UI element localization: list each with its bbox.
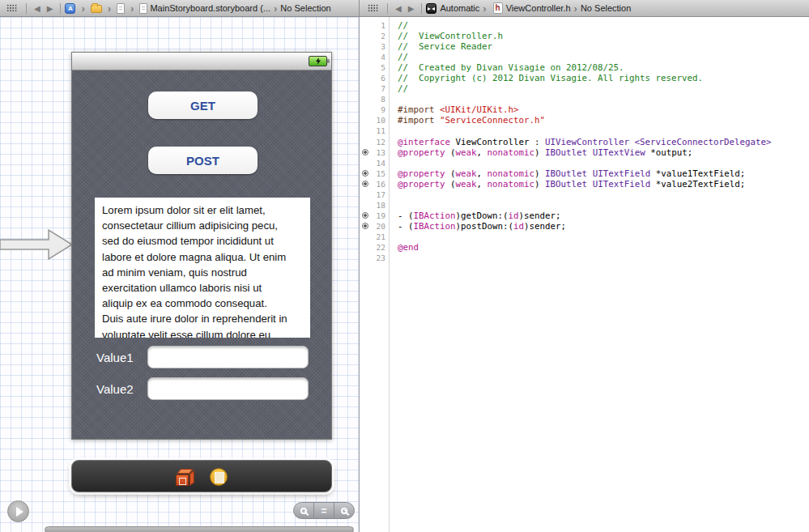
back-button[interactable]: ◀ [392,4,405,13]
value2-textfield[interactable] [147,377,309,400]
code-line[interactable] [398,189,809,200]
code-line[interactable]: #import <UIKit/UIKit.h> [398,104,809,115]
code-line[interactable] [398,253,809,263]
header-file-icon[interactable]: h [493,2,503,14]
magnifier-minus-icon: - [300,508,307,514]
magnifier-plus-icon: + [341,508,347,514]
separator [26,3,27,14]
separator [421,3,422,14]
separator [60,3,61,14]
chevron-icon: › [571,1,581,16]
storyboard-jumpbar: ◀ ▶ A › › › MainStoryboard.storyboard (.… [0,0,359,17]
assistant-mode[interactable]: Automatic [440,3,479,13]
get-button[interactable]: GET [148,92,258,119]
storyboard-breadcrumb-file[interactable]: MainStoryboard.storyboard (... [150,3,270,13]
connection-well-icon[interactable] [360,149,370,155]
view-controller-scene[interactable]: GET POST Lorem ipsum dolor sit er elit l… [71,52,332,440]
first-responder-icon[interactable] [210,468,228,486]
connection-well-icon[interactable] [360,181,370,187]
storyboard-breadcrumb-selection[interactable]: No Selection [280,3,330,13]
line-number: 21 [370,232,389,241]
code-gutter: 1234567891011121314151617181920212223 [360,17,390,532]
zoom-in-button[interactable]: + [334,503,354,518]
line-number: 3 [370,42,389,51]
code-line[interactable]: - (IBAction)postDown:(id)sender; [398,221,809,232]
code-line[interactable]: // Copyright (c) 2012 Divan Visagie. All… [398,73,809,83]
zoom-actual-size-button[interactable]: = [313,503,334,518]
line-number: 10 [370,116,389,125]
assistant-code-editor[interactable]: 1234567891011121314151617181920212223 //… [359,17,809,532]
storyboard-file-icon[interactable] [139,3,147,14]
separator [387,3,388,14]
line-number: 17 [370,190,389,199]
code-line[interactable]: #import "ServiceConnector.h" [398,115,809,126]
code-line[interactable]: @property (weak, nonatomic) IBOutlet UIT… [398,147,809,158]
code-line[interactable] [398,126,809,136]
line-number: 13 [370,148,389,157]
battery-charging-icon [309,56,327,66]
forward-button[interactable]: ▶ [405,4,418,13]
line-number: 11 [370,126,389,135]
code-line[interactable]: // [398,52,809,62]
chevron-icon: › [479,1,489,16]
line-number: 14 [370,159,389,168]
line-number: 20 [370,222,389,231]
assistant-editor-icon[interactable] [426,3,436,14]
code-line[interactable]: @property (weak, nonatomic) IBOutlet UIT… [398,179,809,189]
storyboard-canvas[interactable]: GET POST Lorem ipsum dolor sit er elit l… [0,17,359,532]
output-textview[interactable]: Lorem ipsum dolor sit er elit lamet, con… [95,198,310,338]
line-number: 16 [370,180,389,189]
code-line[interactable]: // [398,20,809,31]
view-controller-object-icon[interactable] [176,468,195,486]
code-line[interactable]: // [398,83,809,94]
related-files-icon[interactable] [6,4,17,12]
scene-dock[interactable] [71,460,332,492]
code-line[interactable]: - (IBAction)getDown:(id)sender; [398,211,809,221]
simulated-status-bar [72,53,331,70]
file-icon[interactable] [117,3,125,14]
line-number: 6 [370,74,389,83]
code-line[interactable]: // ViewController.h [398,31,809,41]
group-folder-icon[interactable] [91,5,102,13]
line-number: 2 [370,32,389,40]
line-number: 23 [370,253,389,262]
code-line[interactable]: // Service Reader [398,41,809,52]
canvas-zoom-control: - = + [293,502,355,519]
code-line[interactable]: @end [398,242,809,253]
line-number: 19 [370,211,389,220]
project-app-icon[interactable]: A [65,3,75,14]
connection-well-icon[interactable] [360,170,370,177]
code-line[interactable]: @property (weak, nonatomic) IBOutlet UIT… [398,168,809,179]
line-number: 8 [370,95,389,104]
outline-toggle-button[interactable] [7,500,29,522]
chevron-icon: › [104,1,114,16]
line-number: 18 [370,201,389,210]
assistant-breadcrumb-file[interactable]: ViewController.h [506,3,571,13]
code-line[interactable]: // Created by Divan Visagie on 2012/08/2… [398,62,809,73]
value1-textfield[interactable] [147,346,309,368]
zoom-out-button[interactable]: - [294,503,313,518]
connection-well-icon[interactable] [360,223,370,229]
value1-label[interactable]: Value1 [96,346,145,368]
line-number: 12 [370,138,389,147]
line-number: 22 [370,243,389,252]
post-button[interactable]: POST [148,147,258,174]
code-lines[interactable]: //// ViewController.h// Service Reader//… [390,17,809,532]
connection-well-icon[interactable] [360,212,370,219]
code-line[interactable] [398,158,809,168]
line-number: 9 [370,105,389,114]
code-line[interactable] [398,232,809,242]
chevron-icon: › [270,1,280,16]
assistant-breadcrumb-selection[interactable]: No Selection [581,3,631,13]
forward-button[interactable]: ▶ [44,4,57,13]
chevron-icon: › [127,1,137,16]
code-line[interactable] [398,94,809,104]
initial-view-controller-arrow[interactable] [0,228,75,262]
view-background[interactable]: GET POST Lorem ipsum dolor sit er elit l… [72,70,331,439]
horizontal-scrollbar-thumb[interactable] [45,526,354,532]
value2-label[interactable]: Value2 [96,377,145,400]
related-files-icon[interactable] [368,4,378,12]
code-line[interactable]: @interface ViewController : UIViewContro… [398,137,809,147]
code-line[interactable] [398,200,809,211]
back-button[interactable]: ◀ [31,4,44,13]
